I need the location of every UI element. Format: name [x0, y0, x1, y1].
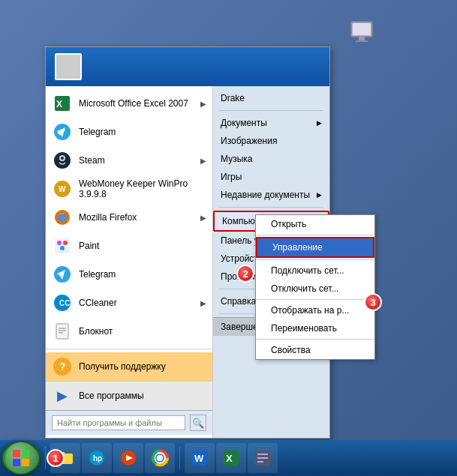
right-item-documents[interactable]: Документы ▶: [213, 114, 329, 132]
settings-taskbar-icon: [254, 449, 272, 467]
menu-item-telegram1[interactable]: Telegram: [46, 118, 212, 146]
svg-text:X: X: [56, 99, 62, 109]
all-programs-label: Все программы: [79, 391, 206, 401]
context-item-disconnect[interactable]: Отключить сет...: [256, 280, 374, 298]
context-item-manage[interactable]: Управление: [256, 237, 374, 258]
firefox-arrow: ▶: [200, 214, 206, 222]
svg-rect-29: [13, 459, 20, 466]
menu-item-excel[interactable]: X Microsoft Office Excel 2007 ▶: [46, 89, 212, 118]
menu-item-notepad[interactable]: Блокнот: [46, 317, 212, 346]
right-item-games[interactable]: Игры: [213, 168, 329, 186]
all-programs-icon: ▶: [52, 385, 73, 406]
svg-rect-3: [353, 23, 371, 35]
context-item-properties[interactable]: Свойства: [256, 341, 374, 359]
taskbar-hp[interactable]: hp: [82, 443, 112, 473]
svg-text:W: W: [194, 453, 204, 464]
search-input[interactable]: [52, 415, 185, 430]
taskbar-media[interactable]: [113, 443, 143, 473]
media-icon: [119, 449, 137, 467]
drake-label: Drake: [221, 93, 245, 103]
desktop: X Microsoft Office Excel 2007 ▶ Te: [0, 0, 457, 476]
documents-label: Документы: [221, 118, 267, 128]
context-sep4: [256, 339, 374, 340]
svg-text:CC: CC: [59, 299, 70, 307]
ccleaner-label: CCleaner: [79, 298, 194, 308]
help-label: Получить поддержку: [79, 361, 206, 372]
svg-point-15: [57, 241, 62, 245]
taskbar-sep1: [45, 447, 46, 469]
menu-item-webmoney[interactable]: W WebMoney Keeper WinPro 3.9.9.8: [46, 175, 212, 203]
all-programs-row[interactable]: ▶ Все программы: [46, 381, 212, 410]
recent-label: Недавние документы: [221, 190, 310, 200]
telegram2-label: Telegram: [79, 269, 206, 280]
word-icon: W: [191, 449, 209, 467]
menu-item-help[interactable]: ? Получить поддержку: [46, 352, 212, 381]
left-separator: [46, 349, 212, 349]
windows-logo-icon: [11, 448, 31, 468]
taskbar-word[interactable]: W: [185, 443, 215, 473]
right-sep1: [219, 110, 323, 111]
steam-icon: [52, 150, 73, 171]
webmoney-label: WebMoney Keeper WinPro 3.9.9.8: [79, 178, 206, 199]
notepad-label: Блокнот: [79, 326, 206, 337]
svg-rect-44: [257, 457, 268, 459]
taskbar-settings[interactable]: [248, 443, 278, 473]
telegram1-label: Telegram: [79, 127, 206, 137]
menu-item-ccleaner[interactable]: CC CCleaner ▶: [46, 289, 212, 317]
chrome-icon: [151, 449, 169, 467]
documents-arrow: ▶: [317, 119, 322, 127]
svg-rect-27: [13, 450, 20, 457]
games-label: Игры: [221, 172, 242, 182]
pc-icon: [344, 15, 382, 52]
svg-rect-28: [22, 450, 29, 457]
music-label: Музыка: [221, 154, 252, 164]
context-item-display[interactable]: Отображать на р...: [256, 301, 374, 319]
taskbar-excel[interactable]: X: [216, 443, 246, 473]
svg-rect-1: [359, 37, 365, 40]
notepad-icon: [52, 321, 73, 342]
context-item-connect[interactable]: Подключить сет...: [256, 262, 374, 280]
telegram1-icon: [52, 121, 73, 142]
menu-item-telegram2[interactable]: Telegram: [46, 260, 212, 289]
menu-item-steam[interactable]: Steam ▶: [46, 146, 212, 175]
images-label: Изображения: [221, 136, 277, 146]
svg-text:hp: hp: [93, 454, 102, 463]
svg-text:?: ?: [59, 361, 66, 373]
excel-label: Microsoft Office Excel 2007: [79, 98, 194, 109]
context-sep3: [256, 299, 374, 300]
right-item-drake[interactable]: Drake: [213, 89, 329, 107]
svg-rect-43: [257, 454, 268, 455]
context-item-rename[interactable]: Переименовать: [256, 319, 374, 337]
search-button[interactable]: 🔍: [190, 415, 206, 431]
right-item-music[interactable]: Музыка: [213, 150, 329, 168]
context-sep2: [256, 259, 374, 260]
svg-rect-30: [22, 459, 29, 466]
desktop-pc-icon: [344, 15, 382, 52]
taskbar: hp W: [0, 440, 457, 476]
menu-item-firefox[interactable]: Mozilla Firefox ▶: [46, 203, 212, 232]
menu-item-paint[interactable]: Paint: [46, 232, 212, 260]
user-avatar: [55, 53, 82, 80]
ccleaner-arrow: ▶: [200, 299, 206, 307]
hp-icon: hp: [88, 449, 106, 467]
start-orb: [5, 442, 37, 474]
context-item-open[interactable]: Открыть: [256, 215, 374, 233]
context-sep1: [256, 235, 374, 235]
start-search-bar: 🔍: [46, 410, 212, 435]
excel-icon: X: [52, 93, 73, 114]
svg-text:W: W: [59, 185, 66, 193]
telegram2-icon: [52, 264, 73, 285]
right-item-images[interactable]: Изображения: [213, 132, 329, 150]
taskbar-chrome[interactable]: [145, 443, 175, 473]
excel-arrow: ▶: [200, 100, 206, 108]
right-item-recent[interactable]: Недавние документы ▶: [213, 186, 329, 204]
start-menu-left: X Microsoft Office Excel 2007 ▶ Te: [46, 86, 213, 438]
svg-point-16: [63, 241, 68, 245]
start-button[interactable]: [2, 442, 41, 475]
svg-text:X: X: [226, 453, 233, 464]
firefox-label: Mozilla Firefox: [79, 212, 194, 223]
svg-rect-2: [356, 40, 368, 42]
ccleaner-icon: CC: [52, 292, 73, 313]
help-icon: ?: [52, 356, 73, 377]
right-sep2: [219, 207, 323, 208]
